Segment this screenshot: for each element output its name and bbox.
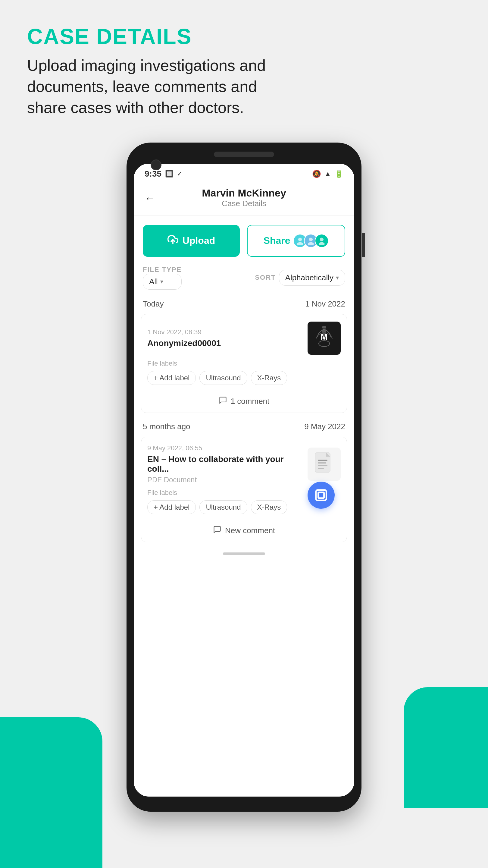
bottom-nav-pill [223,553,265,555]
check-icon: ✓ [177,170,182,178]
sim-icon: 🔲 [165,170,173,178]
file-card-1[interactable]: 1 Nov 2022, 08:39 Anonymized00001 [141,314,347,413]
new-comment-label: New comment [225,526,275,535]
relative-date-today: Today [143,299,164,309]
status-left: 9:35 🔲 ✓ [144,169,182,179]
share-button[interactable]: Share [247,225,345,257]
sort-value: Alphabetically [285,273,333,282]
svg-rect-20 [316,490,327,500]
page-subtitle: Upload imaging investigations and docume… [27,55,268,119]
svg-rect-17 [318,462,326,464]
filter-sort: SORT Alphabetically ▾ [255,270,345,286]
comment-count-1: 1 comment [231,397,270,406]
svg-text:M: M [321,332,327,341]
file-card-info-1: 1 Nov 2022, 08:39 Anonymized00001 [147,328,307,348]
file-name-1: Anonymized00001 [147,338,307,348]
filter-file-type: FILE TYPE All ▾ [143,266,182,290]
file-type-label: FILE TYPE [143,266,182,274]
file-thumbnail-1: M [307,321,341,355]
svg-rect-16 [318,460,327,461]
comment-row-2[interactable]: New comment [141,519,347,542]
label-xrays-2[interactable]: X-Rays [251,500,287,514]
battery-icon: 🔋 [334,170,344,178]
add-label-chip-2[interactable]: + Add label [147,500,196,514]
file-card-2[interactable]: 9 May 2022, 06:55 EN – How to collaborat… [141,437,347,542]
label-ultrasound-2[interactable]: Ultrasound [199,500,247,514]
file-thumbnail-2 [307,447,341,481]
avatar-3 [315,234,329,248]
svg-rect-19 [318,468,324,469]
file-date-1: 1 Nov 2022, 08:39 [147,328,307,336]
sort-select[interactable]: Alphabetically ▾ [279,270,345,286]
svg-rect-18 [318,465,327,466]
header-subtitle: Case Details [146,199,342,208]
svg-point-2 [297,242,303,245]
phone-side-button [362,233,365,257]
comment-icon-1 [219,396,227,407]
file-date-2: 9 May 2022, 06:55 [147,444,307,452]
date-group-header-today: Today 1 Nov 2022 [134,295,354,312]
phone-bottom-bar [134,547,354,558]
upload-icon [167,234,178,247]
add-label-chip-1[interactable]: + Add label [147,371,196,385]
share-label: Share [264,235,290,246]
status-right: 🔕 ▲ 🔋 [312,170,344,178]
phone-camera [151,159,161,170]
file-type-2: PDF Document [147,475,307,484]
labels-title-1: File labels [147,360,341,367]
svg-point-6 [319,242,325,245]
page-header: CASE DETAILS Upload imaging investigatio… [0,0,488,130]
share-doctors-avatars [293,234,329,248]
back-button[interactable]: ← [144,192,156,205]
upload-label: Upload [183,235,215,246]
file-card-top-2: 9 May 2022, 06:55 EN – How to collaborat… [141,437,347,489]
file-card-info-2: 9 May 2022, 06:55 EN – How to collaborat… [147,444,307,484]
svg-point-4 [308,242,314,245]
wifi-icon: ▲ [324,170,331,178]
label-xrays-1[interactable]: X-Rays [251,371,287,385]
svg-point-5 [320,238,324,241]
labels-row-1: File labels + Add label Ultrasound X-Ray… [141,360,347,390]
sort-chevron-icon: ▾ [336,274,339,281]
comment-row-1[interactable]: 1 comment [141,390,347,412]
app-header: ← Marvin McKinney Case Details [134,181,354,216]
phone-screen: 9:35 🔲 ✓ 🔕 ▲ 🔋 ← Marvin McKinney Case De… [134,164,354,797]
svg-point-3 [309,238,313,241]
phone-speaker [214,152,274,157]
chevron-down-icon: ▾ [160,278,163,285]
labels-chips-1: + Add label Ultrasound X-Rays [147,371,341,385]
file-type-value: All [149,277,158,286]
file-type-select[interactable]: All ▾ [143,274,182,290]
filter-row: FILE TYPE All ▾ SORT Alphabetically ▾ [134,263,354,295]
upload-button[interactable]: Upload [143,225,240,257]
label-ultrasound-1[interactable]: Ultrasound [199,371,247,385]
svg-rect-21 [318,492,324,498]
file-card-top-1: 1 Nov 2022, 08:39 Anonymized00001 [141,314,347,360]
sort-label: SORT [255,274,275,281]
patient-name: Marvin McKinney [146,187,342,199]
svg-point-1 [298,238,302,241]
date-group-today: Today 1 Nov 2022 1 Nov 2022, 08:39 Anony… [134,295,354,413]
fab-button[interactable] [307,482,335,509]
action-buttons: Upload Share [134,216,354,263]
phone-wrapper: 9:35 🔲 ✓ 🔕 ▲ 🔋 ← Marvin McKinney Case De… [0,143,488,812]
page-title: CASE DETAILS [27,24,461,49]
absolute-date-today: 1 Nov 2022 [305,299,345,309]
phone-device: 9:35 🔲 ✓ 🔕 ▲ 🔋 ← Marvin McKinney Case De… [127,143,361,812]
bell-off-icon: 🔕 [312,170,321,178]
date-group-header-5months: 5 months ago 9 May 2022 [134,418,354,434]
date-group-5months: 5 months ago 9 May 2022 9 May 2022, 06:5… [134,418,354,542]
comment-icon-2 [213,525,221,536]
status-bar: 9:35 🔲 ✓ 🔕 ▲ 🔋 [134,164,354,181]
svg-rect-8 [322,326,326,329]
relative-date-5months: 5 months ago [143,422,190,431]
file-name-2: EN – How to collaborate with your coll..… [147,455,307,474]
status-time: 9:35 [144,169,161,179]
absolute-date-5months: 9 May 2022 [304,422,345,431]
